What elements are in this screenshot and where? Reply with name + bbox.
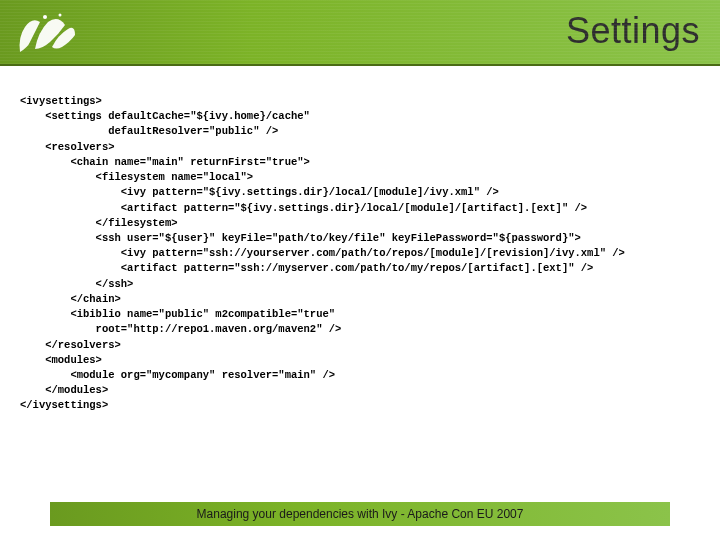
- code-line: <module org="mycompany" resolver="main" …: [20, 369, 335, 381]
- code-line: <settings defaultCache="${ivy.home}/cach…: [20, 110, 310, 122]
- code-line: <artifact pattern="${ivy.settings.dir}/l…: [20, 202, 587, 214]
- code-line: <ivysettings>: [20, 95, 102, 107]
- code-line: </ssh>: [20, 278, 133, 290]
- footer-text: Managing your dependencies with Ivy - Ap…: [197, 507, 524, 521]
- svg-point-1: [59, 14, 62, 17]
- code-block: <ivysettings> <settings defaultCache="${…: [20, 94, 700, 414]
- code-line: </filesystem>: [20, 217, 178, 229]
- code-line: <ssh user="${user}" keyFile="path/to/key…: [20, 232, 581, 244]
- code-line: <artifact pattern="ssh://myserver.com/pa…: [20, 262, 593, 274]
- svg-point-0: [43, 15, 47, 19]
- ivy-logo: [0, 0, 90, 65]
- code-line: root="http://repo1.maven.org/maven2" />: [20, 323, 341, 335]
- code-line: <ivy pattern="ssh://yourserver.com/path/…: [20, 247, 625, 259]
- code-line: <ivy pattern="${ivy.settings.dir}/local/…: [20, 186, 499, 198]
- code-line: </modules>: [20, 384, 108, 396]
- slide-title: Settings: [566, 10, 700, 52]
- slide-content: <ivysettings> <settings defaultCache="${…: [0, 66, 720, 434]
- code-line: <chain name="main" returnFirst="true">: [20, 156, 310, 168]
- slide-footer: Managing your dependencies with Ivy - Ap…: [50, 502, 670, 526]
- code-line: <modules>: [20, 354, 102, 366]
- code-line: <resolvers>: [20, 141, 115, 153]
- code-line: </chain>: [20, 293, 121, 305]
- slide-header: Settings: [0, 0, 720, 66]
- code-line: </resolvers>: [20, 339, 121, 351]
- ivy-logo-icon: [10, 7, 80, 57]
- code-line: <ibiblio name="public" m2compatible="tru…: [20, 308, 335, 320]
- code-line: <filesystem name="local">: [20, 171, 253, 183]
- code-line: </ivysettings>: [20, 399, 108, 411]
- code-line: defaultResolver="public" />: [20, 125, 278, 137]
